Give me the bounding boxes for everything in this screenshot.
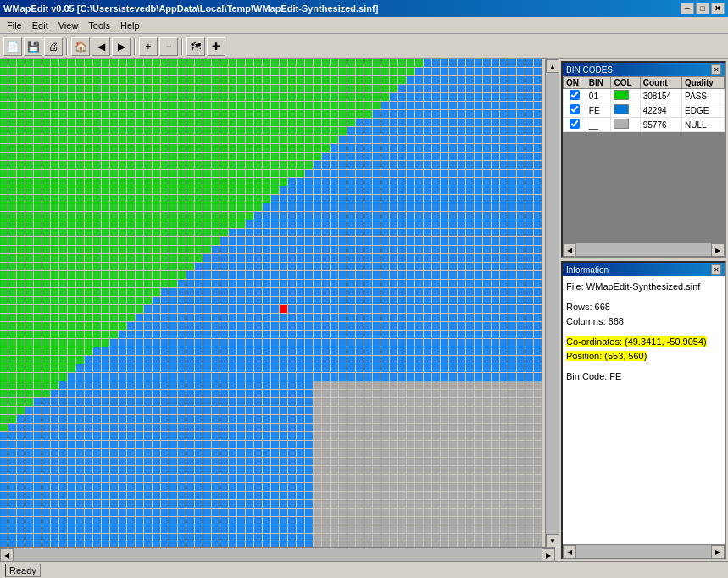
toolbar-new[interactable]: 📄 — [3, 37, 22, 56]
title-text: WMapEdit v0.05 [C:\Users\stevedb\AppData… — [3, 3, 378, 14]
bin-null-quality: NULL — [682, 118, 725, 132]
window-controls: ─ □ ✕ — [681, 3, 725, 14]
bin-codes-close-btn[interactable]: ✕ — [711, 64, 721, 75]
map-area[interactable]: ◀ ▶ ▲ ▼ — [0, 59, 559, 561]
bin-codes-gray-area — [563, 132, 725, 242]
toolbar-sep3 — [181, 38, 183, 55]
toolbar-zoom-out[interactable]: − — [159, 37, 178, 56]
bin-null-color[interactable] — [611, 118, 640, 132]
bin-01-checkbox[interactable] — [570, 90, 580, 100]
bin-codes-panel: BIN CODES ✕ ON BIN COL Count Quality — [561, 61, 726, 258]
bin-hscroll-left[interactable]: ◀ — [563, 243, 576, 257]
info-title-bar: Information ✕ — [563, 263, 725, 276]
toolbar-home[interactable]: 🏠 — [71, 37, 90, 56]
menu-tools[interactable]: Tools — [83, 19, 115, 32]
bin-hscroll-track[interactable] — [576, 243, 711, 256]
toolbar-map[interactable]: 🗺 — [186, 37, 205, 56]
info-columns: Columns: 668 — [566, 314, 721, 330]
bin-01-count: 308154 — [640, 89, 681, 103]
info-hscroll-left[interactable]: ◀ — [563, 545, 576, 559]
right-panel: BIN CODES ✕ ON BIN COL Count Quality — [559, 59, 728, 561]
bin-fe-quality: EDGE — [682, 103, 725, 118]
toolbar-add[interactable]: ✚ — [207, 37, 225, 56]
hscroll-right-btn[interactable]: ▶ — [542, 548, 555, 561]
col-quality: Quality — [682, 77, 725, 89]
bin-row-fe: FE 42294 EDGE — [564, 103, 725, 118]
toolbar-forward[interactable]: ▶ — [112, 37, 131, 56]
info-hscroll-right[interactable]: ▶ — [711, 545, 725, 559]
vscroll-down-btn[interactable]: ▼ — [546, 534, 559, 547]
bin-codes-title-bar: BIN CODES ✕ — [563, 63, 725, 76]
toolbar-back[interactable]: ◀ — [92, 37, 110, 56]
status-text-panel: Ready — [5, 564, 41, 577]
bin-row-null: __ 95776 NULL — [564, 118, 725, 132]
bin-fe-code: FE — [586, 103, 611, 118]
info-rows: Rows: 668 — [566, 300, 721, 315]
info-close-btn[interactable]: ✕ — [711, 264, 721, 275]
menu-file[interactable]: File — [2, 19, 27, 32]
info-file: File: WMapEdit-Synthesized.sinf — [566, 280, 721, 295]
bin-fe-checkbox-cell[interactable] — [564, 103, 586, 118]
toolbar-print[interactable]: 🖨 — [44, 37, 63, 56]
menu-view[interactable]: View — [53, 19, 84, 32]
menu-edit[interactable]: Edit — [27, 19, 53, 32]
vscroll-up-btn[interactable]: ▲ — [546, 59, 559, 73]
info-coordinates: Co-ordinates: (49.3411, -50.9054) — [566, 335, 721, 350]
bin-01-checkbox-cell[interactable] — [564, 89, 586, 103]
status-bar: Ready — [0, 561, 728, 578]
toolbar-sep1 — [66, 38, 68, 55]
bin-01-quality: PASS — [682, 89, 725, 103]
toolbar-zoom-in[interactable]: + — [139, 37, 158, 56]
bin-row-01: 01 308154 PASS — [564, 89, 725, 103]
col-on: ON — [564, 77, 586, 89]
bin-01-color[interactable] — [611, 89, 640, 103]
main-content: ◀ ▶ ▲ ▼ BIN CODES ✕ ON BIN COL — [0, 59, 728, 561]
bin-null-checkbox-cell[interactable] — [564, 118, 586, 132]
close-button[interactable]: ✕ — [711, 3, 725, 14]
bin-fe-color[interactable] — [611, 103, 640, 118]
toolbar: 📄 💾 🖨 🏠 ◀ ▶ + − 🗺 ✚ — [0, 34, 728, 59]
bin-null-count: 95776 — [640, 118, 681, 132]
info-title: Information — [566, 265, 609, 275]
col-col: COL — [611, 77, 640, 89]
info-position: Position: (553, 560) — [566, 349, 721, 364]
maximize-button[interactable]: □ — [696, 3, 709, 14]
minimize-button[interactable]: ─ — [681, 3, 694, 14]
bin-fe-checkbox[interactable] — [570, 104, 580, 114]
bin-codes-table: ON BIN COL Count Quality 01 308154 PASS — [563, 76, 725, 132]
toolbar-sep2 — [134, 38, 136, 55]
map-vscrollbar[interactable]: ▲ ▼ — [545, 59, 559, 547]
info-hscroll[interactable]: ◀ ▶ — [563, 544, 725, 558]
bin-01-code: 01 — [586, 89, 611, 103]
bin-null-checkbox[interactable] — [570, 119, 580, 129]
info-panel: Information ✕ File: WMapEdit-Synthesized… — [561, 261, 726, 559]
col-count: Count — [640, 77, 681, 89]
menu-help[interactable]: Help — [115, 19, 145, 32]
info-coordinates-value: Co-ordinates: (49.3411, -50.9054) — [566, 336, 707, 347]
bin-hscroll[interactable]: ◀ ▶ — [563, 242, 725, 256]
bin-fe-swatch[interactable] — [614, 104, 629, 114]
status-text: Ready — [9, 565, 36, 575]
info-bincode: Bin Code: FE — [566, 370, 721, 385]
hscroll-track[interactable] — [14, 548, 542, 561]
info-content: File: WMapEdit-Synthesized.sinf Rows: 66… — [563, 276, 725, 544]
map-canvas[interactable] — [0, 59, 542, 547]
bin-null-swatch[interactable] — [614, 119, 629, 129]
hscroll-left-btn[interactable]: ◀ — [0, 548, 14, 561]
title-bar: WMapEdit v0.05 [C:\Users\stevedb\AppData… — [0, 0, 728, 17]
info-hscroll-track[interactable] — [576, 545, 711, 558]
bin-codes-title: BIN CODES — [566, 65, 613, 75]
info-position-value: Position: (553, 560) — [566, 351, 647, 361]
col-bin: BIN — [586, 77, 611, 89]
vscroll-track[interactable] — [546, 73, 559, 534]
bin-01-swatch[interactable] — [614, 90, 629, 100]
menu-bar: File Edit View Tools Help — [0, 17, 728, 34]
bin-hscroll-right[interactable]: ▶ — [711, 243, 725, 257]
bin-null-code: __ — [586, 118, 611, 132]
bin-fe-count: 42294 — [640, 103, 681, 118]
map-hscrollbar[interactable]: ◀ ▶ — [0, 547, 555, 561]
toolbar-save[interactable]: 💾 — [24, 37, 42, 56]
